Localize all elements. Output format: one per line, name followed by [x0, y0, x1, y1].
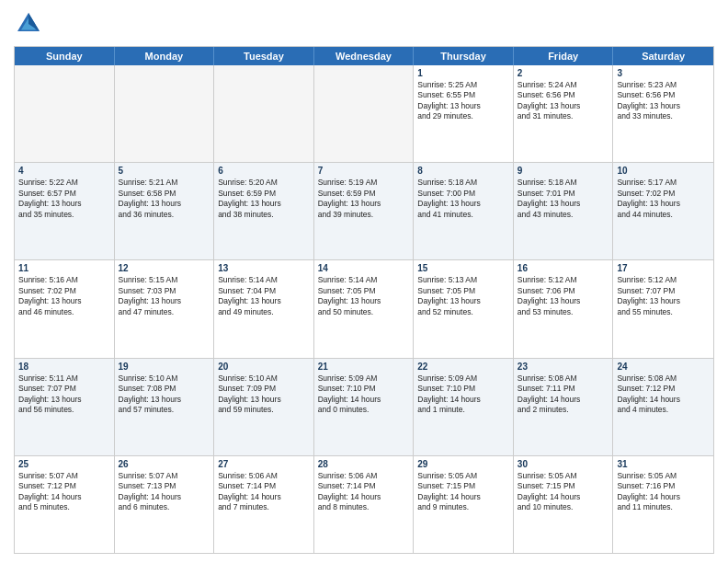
cell-text: Sunrise: 5:05 AMSunset: 7:15 PMDaylight:… [417, 471, 509, 513]
calendar-cell-9: 9Sunrise: 5:18 AMSunset: 7:01 PMDaylight… [514, 163, 614, 259]
logo [14, 9, 47, 39]
calendar-cell-19: 19Sunrise: 5:10 AMSunset: 7:08 PMDayligh… [115, 359, 215, 455]
day-number: 26 [119, 459, 210, 469]
cell-text: Sunrise: 5:20 AMSunset: 6:59 PMDaylight:… [218, 178, 310, 220]
day-number: 28 [318, 459, 410, 469]
calendar-cell-31: 31Sunrise: 5:05 AMSunset: 7:16 PMDayligh… [613, 456, 713, 553]
day-number: 24 [617, 362, 710, 372]
day-number: 19 [119, 362, 210, 372]
cell-text: Sunrise: 5:13 AMSunset: 7:05 PMDaylight:… [417, 275, 509, 317]
calendar-cell-5: 5Sunrise: 5:21 AMSunset: 6:58 PMDaylight… [115, 163, 215, 259]
day-number: 30 [518, 459, 609, 469]
day-number: 7 [318, 166, 410, 176]
cell-text: Sunrise: 5:25 AMSunset: 6:55 PMDaylight:… [417, 80, 509, 122]
cell-text: Sunrise: 5:08 AMSunset: 7:12 PMDaylight:… [617, 373, 710, 416]
cell-text: Sunrise: 5:24 AMSunset: 6:56 PMDaylight:… [518, 80, 609, 122]
day-header-sunday: Sunday [15, 47, 115, 65]
logo-icon [14, 9, 43, 39]
day-number: 25 [18, 459, 110, 469]
cell-text: Sunrise: 5:10 AMSunset: 7:09 PMDaylight:… [218, 373, 310, 416]
day-number: 8 [417, 166, 509, 176]
calendar-row-2: 4Sunrise: 5:22 AMSunset: 6:57 PMDaylight… [15, 163, 713, 260]
day-header-saturday: Saturday [613, 47, 713, 65]
day-number: 1 [417, 68, 509, 78]
calendar-cell-11: 11Sunrise: 5:16 AMSunset: 7:02 PMDayligh… [15, 260, 115, 357]
day-number: 9 [518, 166, 609, 176]
calendar-cell-4: 4Sunrise: 5:22 AMSunset: 6:57 PMDaylight… [15, 163, 115, 259]
calendar-cell-23: 23Sunrise: 5:08 AMSunset: 7:11 PMDayligh… [514, 359, 614, 455]
cell-text: Sunrise: 5:07 AMSunset: 7:13 PMDaylight:… [119, 471, 210, 513]
calendar-cell-14: 14Sunrise: 5:14 AMSunset: 7:05 PMDayligh… [314, 260, 415, 357]
cell-text: Sunrise: 5:12 AMSunset: 7:07 PMDaylight:… [617, 275, 710, 317]
calendar-row-4: 18Sunrise: 5:11 AMSunset: 7:07 PMDayligh… [15, 359, 713, 456]
calendar-cell-29: 29Sunrise: 5:05 AMSunset: 7:15 PMDayligh… [414, 456, 514, 553]
calendar-cell-10: 10Sunrise: 5:17 AMSunset: 7:02 PMDayligh… [613, 163, 713, 259]
cell-text: Sunrise: 5:23 AMSunset: 6:56 PMDaylight:… [617, 80, 710, 122]
calendar-cell-2: 2Sunrise: 5:24 AMSunset: 6:56 PMDaylight… [514, 65, 614, 162]
cell-text: Sunrise: 5:17 AMSunset: 7:02 PMDaylight:… [617, 178, 710, 220]
calendar-cell-7: 7Sunrise: 5:19 AMSunset: 6:59 PMDaylight… [314, 163, 415, 259]
cell-text: Sunrise: 5:11 AMSunset: 7:07 PMDaylight:… [18, 373, 110, 416]
cell-text: Sunrise: 5:19 AMSunset: 6:59 PMDaylight:… [318, 178, 410, 220]
page: SundayMondayTuesdayWednesdayThursdayFrid… [0, 0, 728, 563]
day-number: 23 [518, 362, 609, 372]
calendar-cell-empty [214, 65, 314, 162]
calendar-cell-17: 17Sunrise: 5:12 AMSunset: 7:07 PMDayligh… [613, 260, 713, 357]
calendar-cell-25: 25Sunrise: 5:07 AMSunset: 7:12 PMDayligh… [15, 456, 115, 553]
calendar-cell-15: 15Sunrise: 5:13 AMSunset: 7:05 PMDayligh… [414, 260, 514, 357]
calendar-cell-12: 12Sunrise: 5:15 AMSunset: 7:03 PMDayligh… [115, 260, 215, 357]
day-number: 6 [218, 166, 310, 176]
calendar-cell-empty [314, 65, 415, 162]
cell-text: Sunrise: 5:06 AMSunset: 7:14 PMDaylight:… [218, 471, 310, 513]
calendar-cell-16: 16Sunrise: 5:12 AMSunset: 7:06 PMDayligh… [514, 260, 614, 357]
calendar-cell-6: 6Sunrise: 5:20 AMSunset: 6:59 PMDaylight… [214, 163, 314, 259]
day-header-wednesday: Wednesday [314, 47, 415, 65]
calendar-header: SundayMondayTuesdayWednesdayThursdayFrid… [15, 47, 713, 65]
calendar-cell-empty [15, 65, 115, 162]
day-number: 22 [417, 362, 509, 372]
calendar-row-5: 25Sunrise: 5:07 AMSunset: 7:12 PMDayligh… [15, 456, 713, 553]
day-header-friday: Friday [514, 47, 614, 65]
day-number: 21 [318, 362, 410, 372]
calendar-cell-21: 21Sunrise: 5:09 AMSunset: 7:10 PMDayligh… [314, 359, 415, 455]
calendar-cell-26: 26Sunrise: 5:07 AMSunset: 7:13 PMDayligh… [115, 456, 215, 553]
cell-text: Sunrise: 5:09 AMSunset: 7:10 PMDaylight:… [318, 373, 410, 416]
calendar-body: 1Sunrise: 5:25 AMSunset: 6:55 PMDaylight… [15, 65, 713, 553]
calendar-row-3: 11Sunrise: 5:16 AMSunset: 7:02 PMDayligh… [15, 260, 713, 358]
cell-text: Sunrise: 5:07 AMSunset: 7:12 PMDaylight:… [18, 471, 110, 513]
day-number: 31 [617, 459, 710, 469]
calendar-cell-3: 3Sunrise: 5:23 AMSunset: 6:56 PMDaylight… [613, 65, 713, 162]
cell-text: Sunrise: 5:14 AMSunset: 7:05 PMDaylight:… [318, 275, 410, 317]
cell-text: Sunrise: 5:05 AMSunset: 7:15 PMDaylight:… [518, 471, 609, 513]
day-number: 17 [617, 263, 710, 273]
calendar-cell-13: 13Sunrise: 5:14 AMSunset: 7:04 PMDayligh… [214, 260, 314, 357]
calendar-cell-24: 24Sunrise: 5:08 AMSunset: 7:12 PMDayligh… [613, 359, 713, 455]
cell-text: Sunrise: 5:12 AMSunset: 7:06 PMDaylight:… [518, 275, 609, 317]
day-number: 14 [318, 263, 410, 273]
cell-text: Sunrise: 5:15 AMSunset: 7:03 PMDaylight:… [119, 275, 210, 317]
cell-text: Sunrise: 5:21 AMSunset: 6:58 PMDaylight:… [119, 178, 210, 220]
calendar-cell-8: 8Sunrise: 5:18 AMSunset: 7:00 PMDaylight… [414, 163, 514, 259]
day-number: 15 [417, 263, 509, 273]
calendar: SundayMondayTuesdayWednesdayThursdayFrid… [14, 46, 714, 554]
cell-text: Sunrise: 5:18 AMSunset: 7:00 PMDaylight:… [417, 178, 509, 220]
day-number: 16 [518, 263, 609, 273]
calendar-cell-1: 1Sunrise: 5:25 AMSunset: 6:55 PMDaylight… [414, 65, 514, 162]
calendar-cell-28: 28Sunrise: 5:06 AMSunset: 7:14 PMDayligh… [314, 456, 415, 553]
calendar-cell-30: 30Sunrise: 5:05 AMSunset: 7:15 PMDayligh… [514, 456, 614, 553]
cell-text: Sunrise: 5:16 AMSunset: 7:02 PMDaylight:… [18, 275, 110, 317]
day-number: 5 [119, 166, 210, 176]
calendar-cell-18: 18Sunrise: 5:11 AMSunset: 7:07 PMDayligh… [15, 359, 115, 455]
calendar-cell-22: 22Sunrise: 5:09 AMSunset: 7:10 PMDayligh… [414, 359, 514, 455]
calendar-cell-empty [115, 65, 215, 162]
cell-text: Sunrise: 5:14 AMSunset: 7:04 PMDaylight:… [218, 275, 310, 317]
day-number: 3 [617, 68, 710, 78]
day-header-monday: Monday [115, 47, 215, 65]
day-number: 18 [18, 362, 110, 372]
day-number: 10 [617, 166, 710, 176]
cell-text: Sunrise: 5:05 AMSunset: 7:16 PMDaylight:… [617, 471, 710, 513]
day-number: 12 [119, 263, 210, 273]
day-number: 29 [417, 459, 509, 469]
header [14, 9, 714, 39]
day-number: 27 [218, 459, 310, 469]
